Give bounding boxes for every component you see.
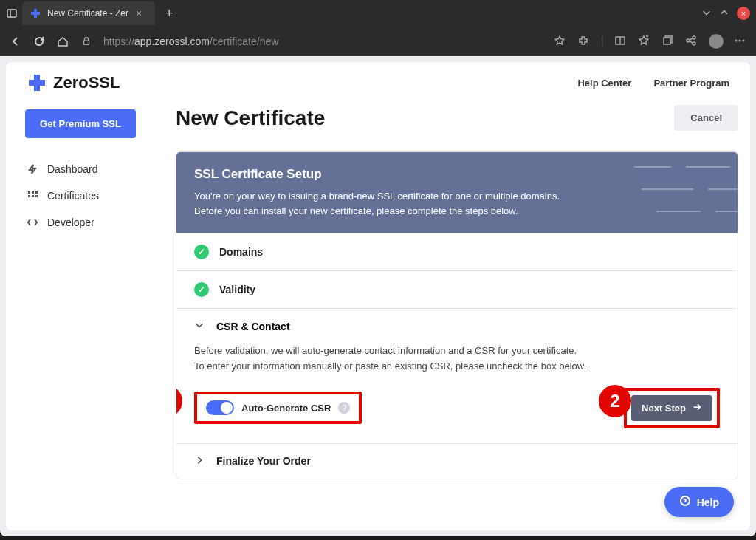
svg-rect-7 [664,38,670,44]
check-icon: ✓ [194,245,209,259]
svg-rect-17 [32,191,34,194]
main-content: New Certificate Cancel SSL Certificate S… [176,100,738,479]
back-icon[interactable] [9,35,22,48]
brand-name: ZeroSSL [53,73,120,92]
help-tooltip-icon[interactable]: ? [338,402,350,414]
svg-point-13 [735,39,738,41]
svg-rect-20 [32,195,34,197]
more-icon[interactable] [734,35,747,48]
svg-line-11 [690,38,693,40]
step-csr-header[interactable]: CSR & Contact [194,309,720,344]
step-csr-expanded: CSR & Contact Before validation, we will… [176,308,738,443]
help-fab-button[interactable]: Help [664,487,734,517]
sidebar: Get Premium SSL Dashboard Certificates D… [18,100,158,479]
svg-rect-16 [28,191,30,194]
profile-avatar[interactable] [709,34,724,49]
sidebar-item-label: Certificates [47,190,99,202]
browser-tab[interactable]: New Certificate - Zer × [22,1,155,25]
share-icon[interactable] [685,35,698,48]
brand-logo[interactable]: ZeroSSL [27,72,120,93]
arrow-right-icon [692,402,702,414]
sidebar-item-label: Developer [47,216,94,228]
chevron-up-icon[interactable] [719,7,731,19]
url-field[interactable]: https://app.zerossl.com/certificate/new [103,35,543,47]
auto-generate-csr-toggle[interactable] [206,400,234,415]
collections-icon[interactable] [662,35,675,48]
annotation-badge-2: 2 [599,385,631,417]
app-header: ZeroSSL Help Center Partner Program [6,62,750,100]
svg-point-8 [687,39,690,42]
svg-point-14 [739,39,741,41]
step-finalize[interactable]: Finalize Your Order [176,443,738,479]
star-icon[interactable] [554,35,567,48]
grid-icon [27,189,40,202]
browser-chrome: New Certificate - Zer × + × https://app.… [0,0,756,56]
chevron-right-icon [194,455,206,468]
address-bar: https://app.zerossl.com/certificate/new … [0,27,756,56]
step-label: Domains [219,246,263,258]
check-icon: ✓ [194,282,209,297]
svg-rect-21 [35,195,38,197]
csr-description: Before validation, we will auto-generate… [194,344,720,375]
page-viewport: ZeroSSL Help Center Partner Program Get … [0,56,756,536]
svg-line-12 [690,41,693,43]
step-label: Finalize Your Order [216,455,311,467]
code-icon [27,216,40,229]
sidebar-item-label: Dashboard [47,163,98,175]
next-step-button[interactable]: Next Step [631,395,712,421]
next-step-highlight: Next Step [624,388,720,428]
sidebar-item-developer[interactable]: Developer [18,209,158,236]
chevron-down-icon [194,320,206,332]
extension-icon[interactable] [577,35,591,48]
svg-rect-0 [7,10,16,17]
help-center-link[interactable]: Help Center [577,78,631,89]
step-validity[interactable]: ✓ Validity [176,270,738,308]
cancel-button[interactable]: Cancel [674,105,738,131]
svg-rect-18 [35,191,38,194]
page-title: New Certificate [176,106,325,130]
step-label: Validity [219,284,255,295]
tab-bar: New Certificate - Zer × + × [0,0,756,27]
home-icon[interactable] [56,35,69,48]
window-close-icon[interactable]: × [737,7,750,20]
get-premium-button[interactable]: Get Premium SSL [25,109,136,138]
svg-point-10 [693,42,695,45]
toggle-label: Auto-Generate CSR [241,403,331,414]
svg-point-15 [743,39,745,41]
chevron-down-icon[interactable] [701,7,713,19]
svg-rect-2 [84,41,89,44]
annotation-badge-1: 1 [176,385,182,417]
partner-program-link[interactable]: Partner Program [653,78,729,89]
step-domains[interactable]: ✓ Domains [176,233,738,270]
sidebar-item-dashboard[interactable]: Dashboard [18,156,158,182]
tab-close-icon[interactable]: × [136,7,148,19]
svg-point-9 [693,36,695,39]
banner-decoration-icon [627,152,738,226]
svg-rect-19 [28,195,30,197]
tab-favicon-icon [30,7,41,19]
setup-banner: SSL Certificate Setup You're on your way… [176,152,738,233]
setup-card: SSL Certificate Setup You're on your way… [176,151,738,479]
help-circle-icon [679,495,691,509]
reload-icon[interactable] [32,35,46,48]
new-tab-button[interactable]: + [159,6,179,21]
sidebar-item-certificates[interactable]: Certificates [18,182,158,209]
lock-icon[interactable] [80,35,93,48]
logo-mark-icon [27,72,47,93]
tab-title: New Certificate - Zer [47,8,130,18]
auto-generate-csr-highlight: Auto-Generate CSR ? [194,392,362,424]
bookmark-icon[interactable] [638,35,651,48]
sidebar-toggle-icon[interactable] [6,7,18,19]
lightning-icon [27,163,40,176]
reader-icon[interactable] [614,35,628,48]
step-label: CSR & Contact [216,321,290,332]
